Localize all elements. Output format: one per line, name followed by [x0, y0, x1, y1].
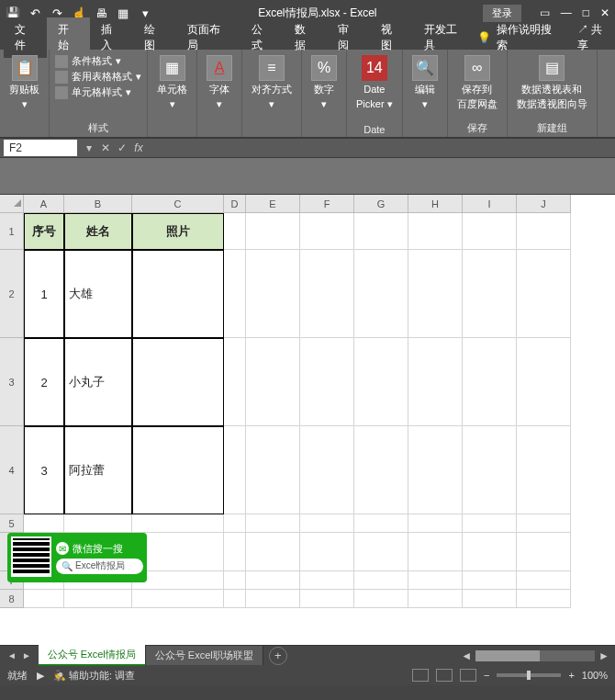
header-photo[interactable]: 照片 [132, 213, 224, 250]
view-layout-button[interactable] [436, 669, 453, 682]
cell[interactable] [463, 571, 517, 590]
select-all-corner[interactable] [0, 195, 24, 213]
cell[interactable] [224, 590, 246, 608]
cell-style-button[interactable]: 单元格样式 ▾ [55, 85, 141, 100]
cell[interactable] [224, 250, 246, 338]
paste-button[interactable]: 📋 剪贴板▾ [6, 53, 43, 112]
cell[interactable] [300, 514, 354, 533]
cell[interactable] [463, 533, 517, 571]
row-header-2[interactable]: 2 [0, 250, 24, 338]
cell[interactable] [408, 250, 463, 338]
save-cloud-button[interactable]: ∞保存到百度网盘 [453, 53, 501, 112]
cell[interactable] [246, 250, 300, 338]
row-header-1[interactable]: 1 [0, 213, 24, 250]
cell[interactable] [354, 250, 408, 338]
cell[interactable] [224, 338, 246, 426]
cell[interactable] [517, 338, 571, 426]
namebox-dropdown-icon[interactable]: ▾ [81, 141, 97, 154]
col-header-I[interactable]: I [463, 195, 517, 213]
col-header-F[interactable]: F [300, 195, 354, 213]
cell[interactable] [246, 571, 300, 590]
cell[interactable] [463, 338, 517, 426]
col-header-C[interactable]: C [132, 195, 224, 213]
zoom-out-button[interactable]: − [484, 670, 489, 681]
row-header-5[interactable]: 5 [0, 514, 24, 533]
sheet-tab-1[interactable]: 公众号 Excel情报局 [39, 645, 146, 666]
cell[interactable] [517, 571, 571, 590]
sheet-tab-2[interactable]: 公众号 Excel职场联盟 [146, 646, 263, 665]
cell[interactable] [408, 571, 463, 590]
cell[interactable] [24, 514, 64, 533]
zoom-slider[interactable] [497, 673, 561, 677]
cell[interactable] [300, 571, 354, 590]
macro-record-icon[interactable]: ▶ [37, 670, 44, 682]
cell[interactable] [132, 514, 224, 533]
cell[interactable] [517, 426, 571, 514]
fx-icon[interactable]: fx [130, 141, 147, 154]
cell[interactable] [132, 590, 224, 608]
cell-name-3[interactable]: 阿拉蕾 [64, 426, 132, 514]
cell[interactable] [224, 533, 246, 571]
col-header-A[interactable]: A [24, 195, 64, 213]
cell[interactable] [408, 590, 463, 608]
pivot-button[interactable]: ▤数据透视表和数据透视图向导 [513, 53, 591, 112]
cell-photo-3[interactable] [132, 426, 224, 514]
date-picker-button[interactable]: 14DatePicker ▾ [352, 53, 397, 112]
share-button[interactable]: ↗ 共享 [577, 22, 611, 53]
table-format-button[interactable]: 套用表格格式 ▾ [55, 69, 141, 85]
maximize-icon[interactable]: □ [583, 6, 589, 19]
cell[interactable] [246, 590, 300, 608]
cell[interactable] [408, 213, 463, 250]
cell[interactable] [354, 514, 408, 533]
col-header-B[interactable]: B [64, 195, 132, 213]
formula-bar[interactable] [147, 140, 615, 156]
align-button[interactable]: ≡对齐方式▾ [248, 53, 296, 112]
cell[interactable] [408, 426, 463, 514]
font-button[interactable]: A字体▾ [203, 53, 236, 112]
sheet-nav[interactable]: ◄► [0, 650, 39, 660]
minimize-icon[interactable]: — [561, 6, 572, 19]
cell[interactable] [408, 514, 463, 533]
cell[interactable] [463, 213, 517, 250]
cell[interactable] [300, 426, 354, 514]
cell[interactable] [224, 514, 246, 533]
cell[interactable] [463, 426, 517, 514]
login-button[interactable]: 登录 [483, 5, 521, 22]
zoom-in-button[interactable]: + [568, 670, 574, 681]
cell[interactable] [408, 533, 463, 571]
cell[interactable] [517, 213, 571, 250]
cell[interactable] [246, 426, 300, 514]
view-normal-button[interactable] [412, 669, 429, 682]
cell[interactable] [354, 426, 408, 514]
cell[interactable] [246, 213, 300, 250]
row-header-3[interactable]: 3 [0, 338, 24, 426]
col-header-G[interactable]: G [354, 195, 408, 213]
cell[interactable] [224, 571, 246, 590]
col-header-J[interactable]: J [517, 195, 571, 213]
cell[interactable] [64, 514, 132, 533]
col-header-D[interactable]: D [224, 195, 246, 213]
cell-name-2[interactable]: 小丸子 [64, 338, 132, 426]
cell[interactable] [224, 426, 246, 514]
new-sheet-button[interactable]: + [269, 647, 287, 665]
col-header-H[interactable]: H [408, 195, 463, 213]
cell[interactable] [246, 338, 300, 426]
cell[interactable] [300, 590, 354, 608]
cell-name-1[interactable]: 大雄 [64, 250, 132, 338]
cell[interactable] [408, 338, 463, 426]
tell-me[interactable]: 操作说明搜索 [497, 22, 559, 53]
worksheet-grid[interactable]: ABCDEFGHIJ 12345678 序号姓名照片1大雄2小丸子3阿拉蕾 ✉微… [0, 195, 615, 645]
cell[interactable] [354, 533, 408, 571]
cell[interactable] [300, 250, 354, 338]
header-name[interactable]: 姓名 [64, 213, 132, 250]
cell[interactable] [354, 590, 408, 608]
cancel-icon[interactable]: ✕ [97, 141, 114, 154]
row-header-8[interactable]: 8 [0, 590, 24, 608]
cell[interactable] [246, 533, 300, 571]
close-icon[interactable]: ✕ [600, 6, 609, 19]
number-button[interactable]: %数字▾ [308, 53, 341, 112]
cell-seq-2[interactable]: 2 [24, 338, 64, 426]
cell[interactable] [463, 590, 517, 608]
cell[interactable] [517, 514, 571, 533]
cell-seq-1[interactable]: 1 [24, 250, 64, 338]
